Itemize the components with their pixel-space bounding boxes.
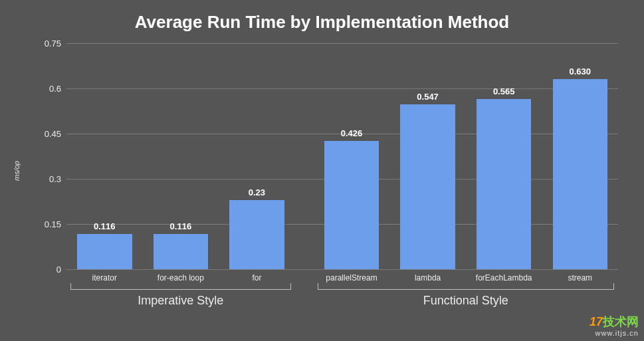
bar: 0.565 bbox=[477, 99, 531, 269]
x-axis: iteratorfor-each loopforparallelStreamla… bbox=[66, 269, 618, 283]
x-tick-label: for-each loop bbox=[143, 269, 219, 283]
y-tick-label: 0.15 bbox=[35, 219, 61, 229]
bar-value-label: 0.630 bbox=[553, 66, 607, 79]
bar-value-label: 0.565 bbox=[477, 86, 531, 99]
bar: 0.426 bbox=[324, 141, 379, 269]
bar-slot: 0.426 bbox=[314, 43, 390, 269]
watermark: 17技术网 www.itjs.cn bbox=[590, 316, 639, 337]
bar-slot: 0.630 bbox=[542, 43, 618, 269]
x-tick-label: for bbox=[219, 269, 295, 283]
bar: 0.630 bbox=[553, 79, 607, 269]
y-tick-label: 0.45 bbox=[35, 129, 61, 139]
bar-value-label: 0.23 bbox=[229, 187, 284, 200]
x-tick-label: parallelStream bbox=[314, 269, 390, 283]
bar-slot: 0.116 bbox=[66, 43, 143, 269]
group-labels: Imperative StyleFunctional Style bbox=[66, 283, 618, 314]
watermark-brand: 17技术网 bbox=[590, 316, 639, 329]
group-bracket bbox=[318, 283, 614, 290]
group-label: Functional Style bbox=[314, 294, 618, 308]
y-tick-label: 0 bbox=[35, 265, 61, 275]
group-bracket bbox=[70, 283, 291, 290]
y-tick-label: 0.6 bbox=[35, 84, 61, 94]
x-tick-label: stream bbox=[542, 269, 618, 283]
y-axis-label: ms/op bbox=[13, 161, 21, 181]
bar-value-label: 0.426 bbox=[324, 128, 379, 141]
watermark-url: www.itjs.cn bbox=[590, 329, 639, 337]
bar-value-label: 0.116 bbox=[154, 221, 208, 234]
bar-slot: 0.565 bbox=[466, 43, 542, 269]
x-tick-label: lambda bbox=[389, 269, 466, 283]
y-tick-label: 0.3 bbox=[35, 174, 61, 184]
bar: 0.116 bbox=[154, 234, 208, 269]
bar-slot: 0.547 bbox=[389, 43, 466, 269]
plot-area: 00.150.30.450.60.75 0.1160.1160.230.4260… bbox=[66, 43, 618, 269]
x-tick-label: iterator bbox=[66, 269, 143, 283]
bar: 0.547 bbox=[400, 104, 455, 269]
x-tick-label: forEachLambda bbox=[466, 269, 542, 283]
bar-slot: 0.116 bbox=[143, 43, 219, 269]
y-tick-label: 0.75 bbox=[35, 39, 61, 49]
chart-title: Average Run Time by Implementation Metho… bbox=[0, 0, 644, 33]
bar: 0.23 bbox=[229, 200, 284, 269]
bar-slot: 0.23 bbox=[219, 43, 295, 269]
group: Imperative Style bbox=[66, 283, 295, 314]
bars-container: 0.1160.1160.230.4260.5470.5650.630 bbox=[66, 43, 618, 269]
group-label: Imperative Style bbox=[66, 294, 295, 308]
group: Functional Style bbox=[314, 283, 618, 314]
bar-value-label: 0.547 bbox=[400, 92, 455, 104]
bar: 0.116 bbox=[77, 234, 132, 269]
bar-value-label: 0.116 bbox=[77, 221, 132, 234]
